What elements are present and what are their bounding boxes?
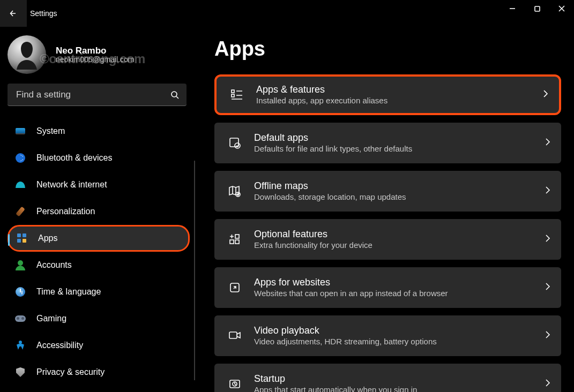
chevron-right-icon	[545, 379, 550, 389]
shield-icon	[15, 367, 26, 378]
nav-label: Network & internet	[36, 180, 107, 190]
chevron-right-icon	[545, 331, 550, 341]
nav-label: Accounts	[36, 260, 72, 270]
card-video-playback[interactable]: Video playbackVideo adjustments, HDR str…	[214, 315, 561, 356]
card-apps-websites[interactable]: Apps for websitesWebsites that can open …	[214, 267, 561, 308]
minimize-button[interactable]	[500, 0, 525, 17]
card-subtitle: Installed apps, app execution aliases	[256, 96, 387, 105]
nav-label: Privacy & security	[36, 367, 105, 377]
svg-point-1	[172, 92, 177, 97]
card-title: Optional features	[254, 229, 372, 240]
bluetooth-icon	[15, 153, 26, 163]
nav-accessibility[interactable]: Accessibility	[8, 332, 190, 359]
wifi-icon	[15, 179, 26, 190]
user-info: Neo Rambo neokim005@gmail.com	[56, 46, 135, 64]
titlebar: Settings	[0, 0, 574, 27]
chevron-right-icon	[545, 235, 550, 244]
nav-list: System Bluetooth & devices Network & int…	[8, 118, 190, 386]
svg-rect-8	[235, 240, 239, 244]
close-icon	[558, 5, 565, 12]
default-app-icon	[228, 137, 241, 149]
maximize-button[interactable]	[525, 0, 549, 17]
card-subtitle: Video adjustments, HDR streaming, batter…	[254, 337, 437, 346]
nav-gaming[interactable]: Gaming	[8, 305, 190, 332]
card-title: Offline maps	[254, 180, 406, 192]
card-title: Apps & features	[256, 84, 387, 96]
search-input[interactable]	[15, 89, 170, 101]
paintbrush-icon	[15, 206, 26, 217]
svg-rect-0	[535, 6, 540, 11]
card-offline-maps[interactable]: Offline mapsDownloads, storage location,…	[214, 171, 561, 212]
gamepad-icon	[15, 313, 26, 324]
card-title: Video playback	[254, 325, 437, 337]
card-subtitle: Extra functionality for your device	[254, 240, 372, 250]
chevron-right-icon	[545, 186, 550, 196]
chevron-right-icon	[545, 283, 550, 292]
clock-icon	[15, 287, 26, 297]
card-subtitle: Downloads, storage location, map updates	[254, 192, 406, 202]
card-title: Default apps	[254, 132, 412, 144]
nav-accounts[interactable]: Accounts	[8, 252, 190, 278]
chevron-right-icon	[545, 138, 550, 148]
sidebar-scrollbar[interactable]	[194, 161, 195, 380]
sidebar: Neo Rambo neokim005@gmail.com ©oantriman…	[0, 27, 198, 392]
card-optional-features[interactable]: Optional featuresExtra functionality for…	[214, 219, 561, 260]
add-grid-icon	[228, 233, 241, 246]
open-app-icon	[228, 281, 241, 294]
card-startup[interactable]: StartupApps that start automatically whe…	[214, 364, 561, 392]
nav-label: Personalization	[36, 207, 95, 216]
page-title: Apps	[214, 37, 561, 61]
nav-network[interactable]: Network & internet	[8, 171, 190, 198]
nav-privacy[interactable]: Privacy & security	[8, 359, 190, 386]
nav-personalization[interactable]: Personalization	[8, 198, 190, 225]
search-box[interactable]	[8, 84, 187, 106]
svg-rect-2	[232, 90, 234, 93]
nav-label: Apps	[38, 233, 57, 243]
card-apps-features[interactable]: Apps & featuresInstalled apps, app execu…	[214, 74, 561, 115]
person-icon	[15, 260, 26, 270]
user-name: Neo Rambo	[56, 46, 135, 56]
svg-point-5	[235, 143, 240, 148]
maximize-icon	[534, 6, 540, 12]
close-button[interactable]	[549, 0, 574, 17]
chevron-right-icon	[543, 90, 548, 100]
svg-rect-7	[230, 240, 234, 244]
nav-system[interactable]: System	[8, 118, 190, 145]
minimize-icon	[509, 5, 516, 12]
arrow-left-icon	[9, 9, 18, 18]
accessibility-icon	[15, 340, 26, 351]
nav-time[interactable]: Time & language	[8, 278, 190, 305]
list-grid-icon	[230, 88, 243, 101]
card-subtitle: Defaults for file and link types, other …	[254, 144, 412, 154]
svg-rect-11	[229, 332, 237, 338]
nav-label: System	[36, 126, 65, 136]
nav-label: Bluetooth & devices	[36, 153, 112, 163]
card-title: Startup	[254, 373, 417, 385]
nav-apps[interactable]: Apps	[8, 225, 190, 252]
nav-label: Time & language	[36, 287, 101, 297]
card-subtitle: Apps that start automatically when you s…	[254, 385, 417, 392]
card-title: Apps for websites	[254, 277, 448, 289]
map-download-icon	[228, 185, 241, 198]
svg-rect-3	[232, 94, 234, 97]
svg-rect-9	[235, 235, 239, 238]
search-icon	[170, 91, 179, 99]
svg-rect-4	[230, 138, 238, 147]
display-icon	[15, 126, 26, 137]
content-area: Apps Apps & featuresInstalled apps, app …	[198, 27, 574, 392]
window-controls	[500, 0, 574, 17]
card-default-apps[interactable]: Default appsDefaults for file and link t…	[214, 123, 561, 163]
card-subtitle: Websites that can open in an app instead…	[254, 289, 448, 298]
back-button[interactable]	[0, 0, 27, 27]
nav-label: Accessibility	[36, 341, 83, 350]
nav-bluetooth[interactable]: Bluetooth & devices	[8, 145, 190, 171]
startup-icon	[228, 378, 241, 390]
apps-icon	[17, 233, 27, 244]
video-icon	[228, 329, 241, 342]
nav-label: Gaming	[36, 314, 66, 323]
user-account-row[interactable]: Neo Rambo neokim005@gmail.com ©oantriman…	[8, 35, 198, 74]
avatar	[8, 35, 46, 74]
window-title: Settings	[30, 9, 57, 18]
user-email: neokim005@gmail.com	[56, 55, 135, 64]
